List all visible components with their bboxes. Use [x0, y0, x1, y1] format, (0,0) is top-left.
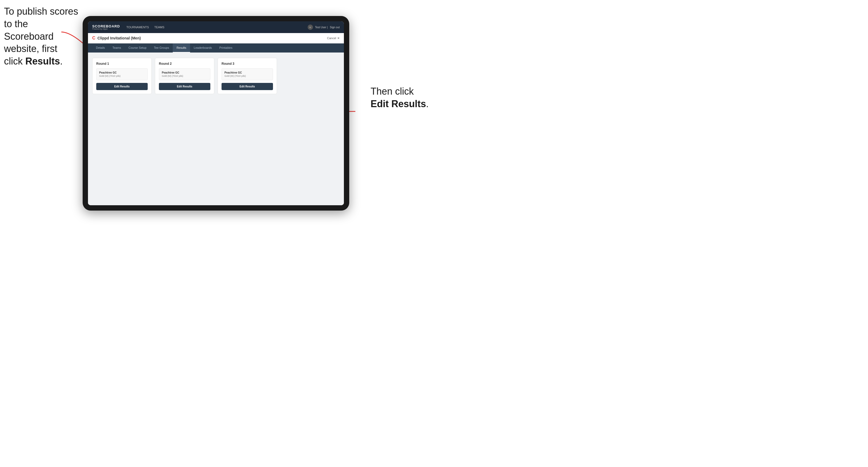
round-1-title: Round 1 [96, 62, 148, 66]
course-name-1: Peachtree GC [99, 71, 145, 74]
instruction-right: Then click Edit Results. [371, 85, 429, 111]
course-info-2: Peachtree GC Gold (M) (7010 yds) [159, 68, 210, 80]
round-card-3: Round 3 Peachtree GC Gold (M) (7010 yds)… [218, 58, 277, 94]
cancel-button[interactable]: Cancel ✕ [327, 36, 340, 40]
empty-column [280, 58, 340, 94]
nav-links: TOURNAMENTS TEAMS [126, 25, 308, 30]
round-card-1: Round 1 Peachtree GC Gold (M) (7010 yds)… [92, 58, 152, 94]
tournament-header: C Clippd Invitational (Men) Cancel ✕ [88, 33, 344, 43]
course-name-3: Peachtree GC [224, 71, 270, 74]
instruction-left: To publish scores to the Scoreboard webs… [4, 5, 79, 68]
nav-right: U Test User | Sign out [308, 25, 340, 30]
course-info-3: Peachtree GC Gold (M) (7010 yds) [221, 68, 273, 80]
round-3-title: Round 3 [221, 62, 273, 66]
nav-tournaments[interactable]: TOURNAMENTS [126, 25, 149, 30]
user-name: Test User | [315, 26, 328, 29]
round-2-title: Round 2 [159, 62, 210, 66]
close-icon: ✕ [337, 36, 340, 40]
logo-text: SCOREBOARD [92, 25, 120, 28]
course-info-1: Peachtree GC Gold (M) (7010 yds) [96, 68, 148, 80]
tablet-frame: SCOREBOARD Powered by clippd TOURNAMENTS… [83, 16, 349, 211]
user-avatar: U [308, 25, 313, 30]
logo-area: SCOREBOARD Powered by clippd [92, 25, 120, 30]
logo-sub: Powered by clippd [92, 28, 120, 30]
tournament-name: C Clippd Invitational (Men) [92, 36, 141, 40]
tab-tee-groups[interactable]: Tee Groups [150, 43, 173, 53]
sign-out-link[interactable]: Sign out [330, 26, 340, 29]
tab-results[interactable]: Results [173, 43, 190, 53]
course-name-2: Peachtree GC [162, 71, 208, 74]
tab-teams[interactable]: Teams [109, 43, 125, 53]
tab-details[interactable]: Details [92, 43, 109, 53]
course-detail-3: Gold (M) (7010 yds) [224, 75, 270, 77]
course-detail-2: Gold (M) (7010 yds) [162, 75, 208, 77]
rounds-grid: Round 1 Peachtree GC Gold (M) (7010 yds)… [92, 58, 340, 94]
edit-results-button-1[interactable]: Edit Results [96, 83, 148, 90]
top-nav: SCOREBOARD Powered by clippd TOURNAMENTS… [88, 21, 344, 33]
tab-printables[interactable]: Printables [216, 43, 236, 53]
edit-results-button-3[interactable]: Edit Results [221, 83, 273, 90]
tournament-icon: C [92, 36, 95, 40]
main-content: Round 1 Peachtree GC Gold (M) (7010 yds)… [88, 53, 344, 205]
course-detail-1: Gold (M) (7010 yds) [99, 75, 145, 77]
tab-course-setup[interactable]: Course Setup [125, 43, 150, 53]
sub-tabs: Details Teams Course Setup Tee Groups Re… [88, 43, 344, 53]
edit-results-button-2[interactable]: Edit Results [159, 83, 210, 90]
tablet-screen: SCOREBOARD Powered by clippd TOURNAMENTS… [88, 21, 344, 205]
round-card-2: Round 2 Peachtree GC Gold (M) (7010 yds)… [155, 58, 214, 94]
tab-leaderboards[interactable]: Leaderboards [190, 43, 216, 53]
nav-teams[interactable]: TEAMS [154, 25, 164, 30]
